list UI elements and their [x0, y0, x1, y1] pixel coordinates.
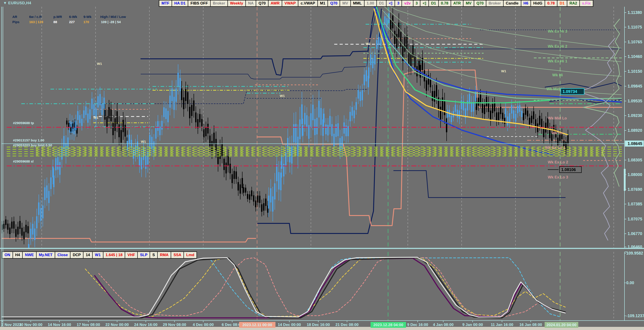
- grid-vertical-layer: [42, 7, 614, 320]
- price-tag-1-09734: 1.09734: [561, 89, 584, 95]
- svg-text:14 Nov 16:00: 14 Nov 16:00: [48, 322, 71, 327]
- svg-text:W1: W1: [93, 116, 98, 119]
- time-marker-2023-12-28-04-00: 2023.12.28 04:00: [370, 322, 406, 328]
- svg-text:Wk Ex Lo 2: Wk Ex Lo 2: [548, 160, 568, 164]
- svg-text:1.10150: 1.10150: [628, 69, 642, 74]
- svg-text:1.08106: 1.08106: [561, 167, 576, 172]
- svg-text:Wk Ex Lo 1: Wk Ex Lo 1: [545, 145, 566, 150]
- price-tag-1-08106: 1.08106: [548, 167, 582, 173]
- svg-text:10 Nov 00:00: 10 Nov 00:00: [19, 322, 42, 327]
- svg-text:2024.01.20 04:00: 2024.01.20 04:00: [546, 323, 576, 327]
- svg-text:9 Dec 16:00: 9 Dec 16:00: [407, 322, 428, 327]
- time-axis[interactable]: 7 Nov 202310 Nov 00:0014 Nov 16:0017 Nov…: [1, 320, 578, 328]
- svg-text:0.00: 0.00: [626, 281, 634, 285]
- svg-text:AR: AR: [12, 15, 17, 19]
- svg-text:Wk Ex Hi 3: Wk Ex Hi 3: [548, 29, 567, 34]
- time-marker-2023-12-11-00-00: 2023.12.11 00:00: [239, 322, 276, 328]
- svg-text:1.08645: 1.08645: [628, 141, 642, 146]
- svg-text:14 Dec 00:00: 14 Dec 00:00: [278, 322, 301, 327]
- svg-text:9-Wk: 9-Wk: [84, 15, 92, 19]
- svg-text:227: 227: [69, 20, 75, 24]
- svg-text:Wk Ex Hi 1: Wk Ex Hi 1: [548, 59, 567, 63]
- svg-text:High / Mid / Low: High / Mid / Low: [100, 15, 126, 19]
- svg-text:24 Nov 16:00: 24 Nov 16:00: [134, 322, 158, 327]
- subpanel-curves-layer: [2, 257, 565, 318]
- svg-text:109 | -28 | 54: 109 | -28 | 54: [101, 20, 121, 24]
- svg-text:6-Wk: 6-Wk: [69, 15, 77, 19]
- svg-text:p.WR: p.WR: [54, 15, 62, 19]
- svg-text:11 Jan 16:00: 11 Jan 16:00: [491, 322, 513, 327]
- svg-text:Pips: Pips: [12, 20, 20, 24]
- svg-text:1.10460: 1.10460: [628, 54, 642, 59]
- svg-text:1.10765: 1.10765: [628, 40, 642, 44]
- svg-text:1.06770: 1.06770: [628, 231, 642, 236]
- svg-text:22 Nov 00:00: 22 Nov 00:00: [106, 322, 129, 327]
- svg-text:21 Dec 08:00: 21 Dec 08:00: [335, 322, 358, 327]
- svg-text:29 Nov 08:00: 29 Nov 08:00: [163, 322, 186, 327]
- svg-text:W1: W1: [280, 94, 285, 98]
- svg-text:1.08305: 1.08305: [628, 158, 642, 162]
- svg-text:W1: W1: [141, 140, 146, 143]
- svg-text:88: 88: [54, 20, 57, 24]
- svg-text:163 | 123: 163 | 123: [29, 20, 43, 24]
- svg-text:W1: W1: [501, 69, 506, 73]
- svg-text:1.08000: 1.08000: [628, 172, 642, 177]
- svg-text:2023.12.11 00:00: 2023.12.11 00:00: [242, 323, 272, 327]
- svg-text:109.9582: 109.9582: [626, 251, 643, 255]
- svg-text:#29053203 buy limit 0.50: #29053203 buy limit 0.50: [13, 143, 52, 147]
- svg-text:1.09230: 1.09230: [628, 113, 642, 118]
- svg-text:Wk Hi: Wk Hi: [552, 73, 563, 77]
- svg-text:Wk Mid Lo: Wk Mid Lo: [548, 116, 567, 120]
- svg-text:4 Dec 00:00: 4 Dec 00:00: [193, 322, 214, 327]
- svg-text:-109.1237: -109.1237: [626, 313, 644, 318]
- svg-text:1.11380: 1.11380: [628, 10, 642, 15]
- svg-text:1.06460: 1.06460: [628, 245, 642, 249]
- svg-text:#29059688 tp: #29059688 tp: [13, 121, 34, 125]
- svg-text:1.07690: 1.07690: [628, 187, 642, 192]
- chart-canvas[interactable]: Wk Ex Hi 3Wk Ex Hi 2Wk Ex Hi 1Wk HiWk Mi…: [0, 0, 644, 330]
- svg-text:9 Jan 00:00: 9 Jan 00:00: [462, 322, 483, 327]
- svg-text:4 Jan 08:00: 4 Jan 08:00: [433, 322, 454, 327]
- svg-text:16 Jan 08:00: 16 Jan 08:00: [519, 322, 542, 327]
- svg-text:1.09535: 1.09535: [628, 99, 642, 103]
- time-marker-2024-01-20-04-00: 2024.01.20 04:00: [545, 322, 578, 328]
- svg-text:1.11075: 1.11075: [628, 25, 642, 30]
- svg-text:1.08920: 1.08920: [628, 128, 642, 133]
- svg-text:W1: W1: [366, 42, 371, 46]
- svg-text:7 Nov 2023: 7 Nov 2023: [1, 322, 21, 327]
- svg-text:170: 170: [84, 20, 89, 24]
- svg-text:Wk Lo: Wk Lo: [551, 131, 563, 135]
- price-axis[interactable]: 1.113801.110751.107651.104601.101501.098…: [624, 7, 644, 320]
- trade-lines-layer: [2, 127, 624, 166]
- svg-text:1.09845: 1.09845: [628, 84, 642, 89]
- svg-text:17 Nov 08:00: 17 Nov 08:00: [77, 322, 100, 327]
- svg-text:Wk Ex Hi 2: Wk Ex Hi 2: [548, 44, 567, 49]
- svg-text:Wk Ex Lo 3: Wk Ex Lo 3: [548, 175, 568, 179]
- current-price-badge: 1.08645: [625, 141, 644, 147]
- terminal-window: ▼ EURUSD,H4 MTFHA D1FIBS OFFBrokerWeekly…: [0, 0, 644, 330]
- svg-text:2023.12.28 04:00: 2023.12.28 04:00: [373, 323, 403, 327]
- candles-layer: [1, 7, 569, 259]
- svg-text:1.07075: 1.07075: [628, 217, 642, 221]
- svg-text:1.09734: 1.09734: [562, 89, 577, 94]
- svg-text:18 Dec 16:00: 18 Dec 16:00: [307, 322, 330, 327]
- svg-text:1.07385: 1.07385: [628, 202, 642, 206]
- main-chart-layer: [2, 1, 622, 242]
- svg-text:6w / c.R: 6w / c.R: [29, 15, 42, 19]
- svg-text:W1: W1: [97, 62, 102, 66]
- svg-text:#29013157 buy 1.00: #29013157 buy 1.00: [13, 138, 44, 142]
- svg-text:#29059688 sl: #29059688 sl: [13, 159, 34, 163]
